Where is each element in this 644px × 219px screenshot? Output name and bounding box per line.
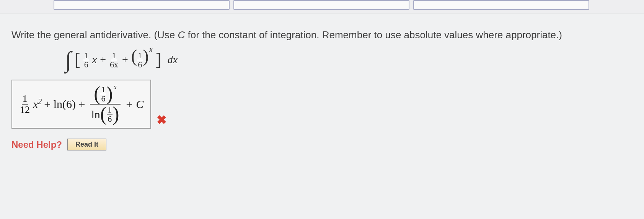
differential: dx	[168, 54, 178, 66]
prompt-part-a: Write the general antiderivative. (Use	[11, 29, 178, 41]
var-x: x	[92, 54, 97, 66]
x-squared: x2	[33, 98, 42, 111]
ln-label: ln	[91, 108, 100, 121]
integral-sign: ∫	[65, 54, 71, 65]
fraction-bot: 1 6	[107, 105, 112, 123]
need-help-label: Need Help?	[11, 139, 62, 150]
plus-c: + C	[125, 98, 143, 111]
left-paren: (	[100, 107, 107, 121]
right-bracket: ]	[155, 54, 161, 65]
nav-box[interactable]	[233, 0, 409, 10]
left-bracket: [	[74, 54, 80, 65]
nav-box[interactable]	[54, 0, 230, 10]
left-paren: (	[94, 87, 100, 101]
fraction-1-6x: 1 6x	[109, 51, 119, 69]
right-paren: )	[106, 87, 112, 101]
nav-box[interactable]	[413, 0, 589, 10]
plus: +	[122, 54, 128, 66]
prompt-part-b: for the constant of integration. Remembe…	[185, 29, 562, 41]
right-paren: )	[143, 51, 148, 62]
fraction-top: 1 6	[100, 85, 106, 103]
fraction-1-6-base: 1 6	[137, 51, 143, 69]
prompt-text: Write the general antiderivative. (Use C…	[11, 28, 637, 42]
nav-tabs-bar	[0, 0, 644, 13]
question-content: Write the general antiderivative. (Use C…	[0, 13, 644, 157]
plus-ln6-plus: + ln(6) +	[44, 98, 85, 111]
left-paren: (	[131, 51, 137, 62]
plus: +	[100, 54, 106, 66]
answer-row: 1 12 x2 + ln(6) + ( 1 6 ) x ln	[11, 80, 637, 129]
incorrect-icon: ✖	[157, 113, 167, 127]
exponent-x: x	[149, 46, 152, 54]
integral-expression: ∫ [ 1 6 x + 1 6x + ( 1 6 ) x ] dx	[65, 51, 637, 69]
exponent-x: x	[114, 83, 117, 91]
fraction-1-12: 1 12	[19, 93, 31, 115]
prompt-const-var: C	[178, 29, 185, 41]
help-row: Need Help? Read It	[11, 139, 637, 150]
right-paren: )	[112, 107, 119, 121]
read-it-button[interactable]: Read It	[67, 139, 106, 150]
big-fraction: ( 1 6 ) x ln ( 1 6 )	[87, 84, 123, 124]
fraction-1-6: 1 6	[83, 51, 89, 69]
answer-input[interactable]: 1 12 x2 + ln(6) + ( 1 6 ) x ln	[11, 80, 151, 129]
